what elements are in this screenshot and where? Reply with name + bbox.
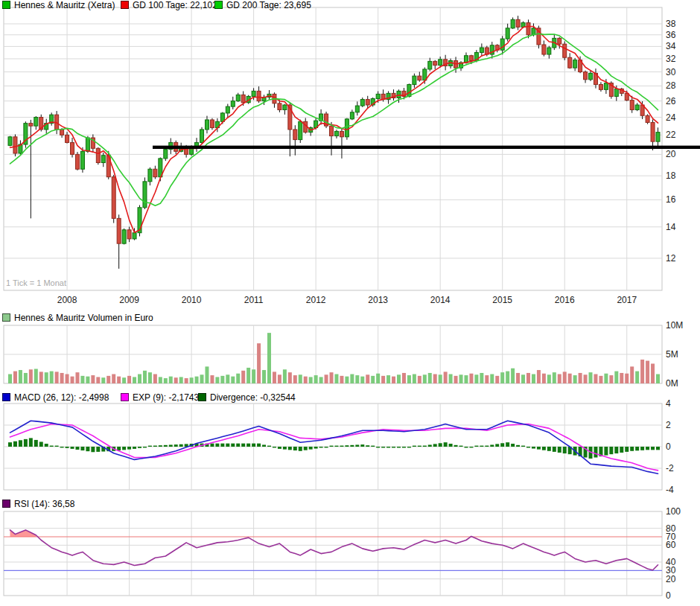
svg-text:0: 0: [666, 590, 671, 601]
svg-text:-4: -4: [666, 485, 674, 495]
svg-text:38: 38: [666, 19, 676, 29]
macd-swatch-icon: [2, 393, 10, 401]
legend-item-rsi: RSI (14): 36,58: [2, 499, 74, 509]
svg-text:14: 14: [666, 222, 676, 232]
legend-item-macd: MACD (26, 12): -2,4998: [2, 392, 109, 403]
svg-text:2010: 2010: [182, 295, 202, 305]
volume-swatch-icon: [2, 313, 10, 322]
svg-text:2011: 2011: [244, 295, 264, 305]
legend-item-exp: EXP (9): -2,1743: [121, 392, 199, 403]
svg-text:0M: 0M: [666, 378, 678, 389]
svg-text:2017: 2017: [617, 295, 637, 305]
svg-text:60: 60: [666, 540, 676, 550]
svg-text:2016: 2016: [555, 295, 575, 305]
svg-text:10M: 10M: [666, 320, 683, 331]
stock-chart-page: 1214161820222426283032343638200820092010…: [0, 0, 700, 606]
volume-label: Hennes & Mauritz Volumen in Euro: [14, 313, 153, 323]
svg-text:18: 18: [666, 170, 676, 181]
svg-text:2009: 2009: [119, 295, 139, 305]
rsi-panel: [4, 530, 662, 570]
svg-text:2014: 2014: [430, 295, 451, 305]
macd-panel: [8, 421, 660, 473]
svg-text:36: 36: [666, 30, 676, 40]
svg-text:20: 20: [666, 149, 676, 159]
support-line: [153, 146, 700, 149]
rsi-label: RSI (14): 36,58: [14, 499, 74, 509]
svg-text:2012: 2012: [306, 295, 326, 305]
macd-label: MACD (26, 12): -2,4998: [14, 392, 109, 403]
price-chart-legend: Hennes & Mauritz (Xetra) GD 100 Tage: 22…: [0, 0, 700, 9]
volume-panel: [8, 333, 660, 383]
tick-footnote: 1 Tick = 1 Monat: [6, 278, 66, 287]
instrument-swatch-icon: [2, 1, 10, 9]
macd-legend: MACD (26, 12): -2,4998 EXP (9): -2,1743 …: [0, 392, 700, 401]
svg-text:2008: 2008: [57, 295, 77, 305]
gd200-swatch-icon: [214, 1, 223, 9]
charts-canvas: 1214161820222426283032343638200820092010…: [0, 0, 700, 606]
legend-item-gd100: GD 100 Tage: 22,102: [121, 0, 217, 10]
svg-text:2013: 2013: [368, 295, 388, 305]
svg-text:28: 28: [666, 80, 676, 91]
svg-text:22: 22: [666, 130, 676, 140]
svg-text:20: 20: [666, 574, 676, 584]
gd200-label: GD 200 Tage: 23,695: [226, 0, 311, 10]
svg-text:16: 16: [666, 194, 676, 205]
svg-text:12: 12: [666, 253, 676, 264]
svg-text:32: 32: [666, 54, 676, 64]
svg-text:100: 100: [666, 506, 681, 517]
svg-text:24: 24: [666, 112, 676, 123]
exp-swatch-icon: [121, 393, 129, 401]
rsi-swatch-icon: [2, 500, 10, 508]
legend-item-volume: Hennes & Mauritz Volumen in Euro: [2, 313, 153, 323]
svg-text:5M: 5M: [666, 349, 678, 360]
divergence-label: Divergence: -0,32544: [210, 392, 296, 403]
volume-legend: Hennes & Mauritz Volumen in Euro: [0, 313, 700, 322]
rsi-legend: RSI (14): 36,58: [0, 499, 700, 508]
svg-text:2015: 2015: [492, 295, 512, 305]
legend-item-instrument: Hennes & Mauritz (Xetra): [2, 0, 115, 10]
instrument-label: Hennes & Mauritz (Xetra): [14, 0, 115, 10]
legend-item-gd200: GD 200 Tage: 23,695: [214, 0, 311, 10]
exp-label: EXP (9): -2,1743: [133, 392, 199, 403]
svg-text:0: 0: [666, 441, 671, 452]
svg-text:26: 26: [666, 96, 676, 106]
gd100-label: GD 100 Tage: 22,102: [133, 0, 217, 10]
svg-text:30: 30: [666, 67, 676, 77]
svg-text:-2: -2: [666, 463, 674, 473]
price-panel: [8, 16, 700, 269]
gd100-swatch-icon: [121, 1, 129, 9]
svg-text:2: 2: [666, 420, 671, 430]
divergence-swatch-icon: [198, 393, 206, 401]
legend-item-divergence: Divergence: -0,32544: [198, 392, 296, 403]
svg-text:34: 34: [666, 41, 676, 51]
